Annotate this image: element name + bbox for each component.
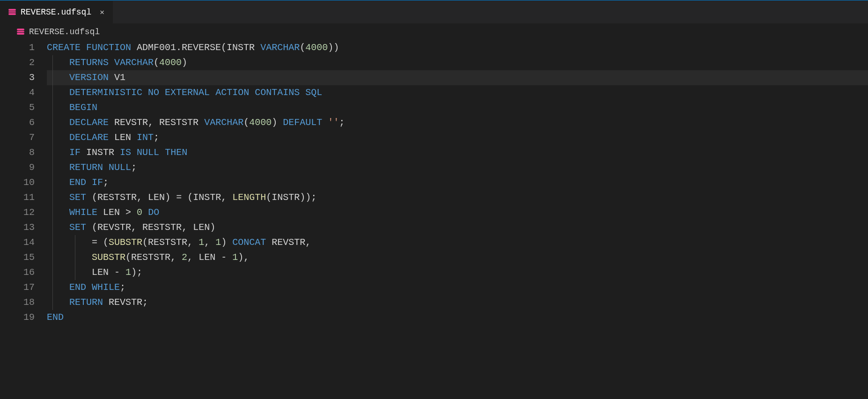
code-line[interactable]: IF INSTR IS NULL THEN [47, 145, 868, 160]
breadcrumb-filename: REVERSE.udfsql [29, 27, 100, 37]
code-line[interactable]: DETERMINISTIC NO EXTERNAL ACTION CONTAIN… [47, 85, 868, 100]
code-line[interactable]: DECLARE LEN INT; [47, 130, 868, 145]
line-number: 3 [0, 70, 35, 85]
code-line[interactable]: DECLARE REVSTR, RESTSTR VARCHAR(4000) DE… [47, 115, 868, 130]
line-number: 9 [0, 160, 35, 175]
code-line[interactable]: WHILE LEN > 0 DO [47, 205, 868, 220]
close-icon[interactable]: ✕ [100, 7, 104, 17]
code-line[interactable]: SET (RESTSTR, LEN) = (INSTR, LENGTH(INST… [47, 190, 868, 205]
line-number: 13 [0, 220, 35, 235]
code-line[interactable]: CREATE FUNCTION ADMF001.REVERSE(INSTR VA… [47, 40, 868, 55]
code-line[interactable]: RETURNS VARCHAR(4000) [47, 55, 868, 70]
code-line[interactable]: SET (REVSTR, RESTSTR, LEN) [47, 220, 868, 235]
code-line[interactable]: END IF; [47, 175, 868, 190]
code-line[interactable]: BEGIN [47, 100, 868, 115]
code-line[interactable]: = (SUBSTR(RESTSTR, 1, 1) CONCAT REVSTR, [47, 235, 868, 250]
code-editor[interactable]: 12345678910111213141516171819 CREATE FUN… [0, 40, 868, 325]
breadcrumb[interactable]: REVERSE.udfsql [0, 23, 868, 40]
line-number: 11 [0, 190, 35, 205]
line-number: 2 [0, 55, 35, 70]
line-number: 1 [0, 40, 35, 55]
line-number: 15 [0, 250, 35, 265]
line-number: 6 [0, 115, 35, 130]
line-number: 17 [0, 280, 35, 295]
code-line[interactable]: END WHILE; [47, 280, 868, 295]
line-number: 4 [0, 85, 35, 100]
line-number: 7 [0, 130, 35, 145]
line-number-gutter: 12345678910111213141516171819 [0, 40, 47, 325]
line-number: 12 [0, 205, 35, 220]
code-line[interactable]: VERSION V1 [47, 70, 868, 85]
code-line[interactable]: LEN - 1); [47, 265, 868, 280]
line-number: 16 [0, 265, 35, 280]
line-number: 18 [0, 295, 35, 310]
code-line[interactable]: END [47, 310, 868, 325]
line-number: 14 [0, 235, 35, 250]
line-number: 5 [0, 100, 35, 115]
line-number: 10 [0, 175, 35, 190]
line-number: 19 [0, 310, 35, 325]
tab-bar: REVERSE.udfsql ✕ [0, 0, 868, 23]
code-line[interactable]: RETURN REVSTR; [47, 295, 868, 310]
code-content[interactable]: CREATE FUNCTION ADMF001.REVERSE(INSTR VA… [47, 40, 868, 325]
line-number: 8 [0, 145, 35, 160]
code-line[interactable]: SUBSTR(RESTSTR, 2, LEN - 1), [47, 250, 868, 265]
editor-tab[interactable]: REVERSE.udfsql ✕ [0, 1, 113, 23]
tab-filename: REVERSE.udfsql [21, 7, 91, 17]
database-icon [8, 9, 16, 15]
code-line[interactable]: RETURN NULL; [47, 160, 868, 175]
database-icon [17, 29, 24, 35]
